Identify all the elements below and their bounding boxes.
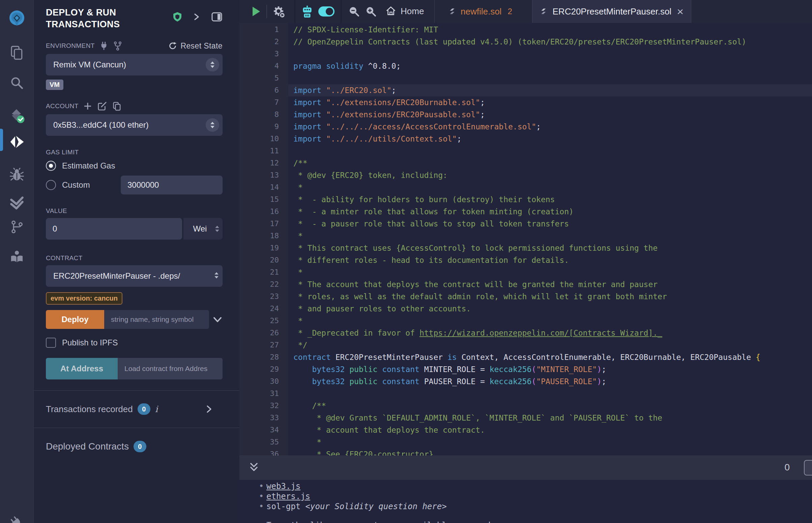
code-line[interactable]: import "../ERC20.sol";	[288, 84, 812, 96]
line-number: 35	[240, 436, 279, 448]
code-line[interactable]: * @dev Grants `DEFAULT_ADMIN_ROLE`, `MIN…	[293, 412, 812, 424]
code-line[interactable]: * different roles - head to its document…	[293, 254, 812, 266]
code-line[interactable]: *	[293, 181, 812, 194]
deploy-args-input[interactable]	[104, 310, 209, 329]
chevron-right-icon[interactable]	[206, 404, 212, 414]
chevron-down-icon[interactable]	[212, 315, 223, 324]
code-line[interactable]: * - a pauser role that allows to stop al…	[293, 218, 812, 230]
plug-icon[interactable]	[100, 41, 108, 51]
code-line[interactable]: bytes32 public constant PAUSER_ROLE = ke…	[293, 375, 812, 387]
line-number: 29	[240, 363, 279, 375]
environment-select[interactable]: Remix VM (Cancun)	[46, 54, 223, 75]
code-line[interactable]: *	[293, 436, 812, 448]
ai-copilot-robot-icon[interactable]	[301, 5, 314, 18]
terminal-list-item[interactable]: •ethers.js	[256, 491, 812, 501]
at-address-input[interactable]	[118, 358, 223, 379]
code-line[interactable]: * @dev {ERC20} token, including:	[293, 169, 812, 181]
code-editor[interactable]: 1234567891011121314151617181920212223242…	[240, 23, 812, 456]
zoom-in-icon[interactable]	[365, 5, 377, 18]
code-line[interactable]: *	[293, 315, 812, 327]
line-number: 20	[240, 254, 279, 266]
terminal-output[interactable]: •web3.js•ethers.js•sol-gpt <your Solidit…	[240, 480, 812, 523]
line-number: 19	[240, 242, 279, 254]
code-line[interactable]	[293, 145, 812, 157]
deploy-button[interactable]: Deploy	[46, 310, 104, 329]
script-config-gear-icon[interactable]	[272, 5, 286, 19]
terminal-list-item[interactable]: •sol-gpt <your Solidity question here>	[256, 501, 812, 511]
publish-ipfs-checkbox[interactable]	[46, 338, 56, 348]
select-arrows-icon	[206, 118, 219, 132]
edit-account-icon[interactable]	[98, 102, 107, 111]
collapse-panel-icon[interactable]	[193, 12, 200, 22]
plugin-manager-icon[interactable]	[7, 513, 26, 523]
fork-environment-icon[interactable]	[113, 41, 122, 51]
custom-gas-option[interactable]: Custom	[46, 176, 223, 195]
debugger-icon[interactable]	[7, 165, 26, 184]
unit-testing-icon[interactable]	[7, 194, 26, 213]
code-line[interactable]: import "../extensions/ERC20Pausable.sol"…	[293, 109, 812, 121]
code-line[interactable]: *	[293, 230, 812, 242]
close-tab-icon[interactable]: ×	[677, 6, 684, 17]
estimated-gas-radio[interactable]	[46, 161, 56, 171]
code-line[interactable]: * The account that deploys the contract …	[293, 278, 812, 290]
code-content[interactable]: // SPDX-License-Identifier: MIT// OpenZe…	[288, 23, 812, 456]
ai-copilot-toggle[interactable]	[318, 6, 335, 17]
deploy-run-panel: DEPLOY & RUN TRANSACTIONS	[34, 0, 240, 523]
editor-tabbar: Home newfile.sol 2 ERC20PresetMinterPaus…	[240, 0, 812, 23]
remix-logo-icon[interactable]	[7, 9, 26, 28]
publish-ipfs-option[interactable]: Publish to IPFS	[46, 338, 223, 348]
code-line[interactable]	[293, 387, 812, 400]
code-line[interactable]: // OpenZeppelin Contracts (last updated …	[293, 36, 812, 48]
code-line[interactable]: * _Deprecated in favor of https://wizard…	[293, 327, 812, 339]
code-line[interactable]: * - a minter role that allows for token …	[293, 205, 812, 218]
code-line[interactable]: import "../../../access/AccessControlEnu…	[293, 121, 812, 133]
code-line[interactable]: *	[293, 266, 812, 278]
contract-select[interactable]: ERC20PresetMinterPauser - .deps/	[46, 265, 223, 287]
code-line[interactable]: bytes32 public constant MINTER_ROLE = ke…	[293, 363, 812, 375]
solidity-compiler-icon[interactable]	[7, 107, 26, 125]
copy-account-icon[interactable]	[112, 102, 121, 111]
code-line[interactable]: * See {ERC20-constructor}.	[293, 448, 812, 456]
add-account-icon[interactable]	[83, 102, 92, 110]
code-line[interactable]: /**	[293, 157, 812, 169]
line-number: 12	[240, 157, 279, 169]
custom-gas-radio[interactable]	[46, 180, 56, 190]
code-line[interactable]	[293, 48, 812, 60]
account-select[interactable]: 0x5B3...eddC4 (100 ether)	[46, 114, 223, 136]
collapse-terminal-icon[interactable]	[248, 462, 260, 473]
tab-erc20presetminterpauser-sol[interactable]: ERC20PresetMinterPauser.sol ×	[532, 0, 691, 23]
value-input[interactable]	[46, 218, 182, 240]
value-unit-select[interactable]: Wei	[183, 218, 223, 240]
run-script-icon[interactable]	[250, 5, 261, 18]
tab-home[interactable]: Home	[385, 5, 424, 17]
code-line[interactable]: // SPDX-License-Identifier: MIT	[293, 23, 812, 36]
at-address-button[interactable]: At Address	[46, 358, 118, 379]
terminal-list-item[interactable]: •web3.js	[256, 481, 812, 491]
code-line[interactable]: pragma solidity ^0.8.0;	[293, 60, 812, 72]
code-line[interactable]: import "../../../utils/Context.sol";	[293, 133, 812, 145]
code-line[interactable]	[293, 72, 812, 84]
search-icon[interactable]	[7, 73, 26, 92]
code-line[interactable]: import "../extensions/ERC20Burnable.sol"…	[293, 96, 812, 109]
book-icon[interactable]	[7, 247, 26, 266]
git-icon[interactable]	[7, 218, 26, 237]
file-explorer-icon[interactable]	[7, 43, 26, 62]
deploy-run-icon[interactable]	[7, 132, 26, 151]
code-line[interactable]: /**	[293, 400, 812, 412]
code-line[interactable]: * This contract uses {AccessControl} to …	[293, 242, 812, 254]
estimated-gas-option[interactable]: Estimated Gas	[46, 161, 223, 171]
code-line[interactable]: * account that deploys the contract.	[293, 424, 812, 436]
terminal-search-input[interactable]	[804, 460, 812, 475]
tab-newfile-sol[interactable]: newfile.sol 2	[442, 0, 519, 23]
custom-gas-input[interactable]	[121, 176, 223, 195]
code-line[interactable]: contract ERC20PresetMinterPauser is Cont…	[293, 351, 812, 363]
split-view-icon[interactable]	[211, 12, 223, 22]
reset-state-button[interactable]: Reset State	[168, 41, 223, 51]
page-title: DEPLOY & RUN TRANSACTIONS	[46, 7, 157, 30]
transactions-recorded-row[interactable]: Transactions recorded 0 i	[46, 391, 223, 428]
code-line[interactable]: * roles, as well as the default admin ro…	[293, 290, 812, 303]
code-line[interactable]: */	[293, 339, 812, 351]
code-line[interactable]: * and pauser roles to other accounts.	[293, 303, 812, 315]
code-line[interactable]: * - ability for holders to burn (destroy…	[293, 194, 812, 205]
zoom-out-icon[interactable]	[348, 5, 360, 18]
